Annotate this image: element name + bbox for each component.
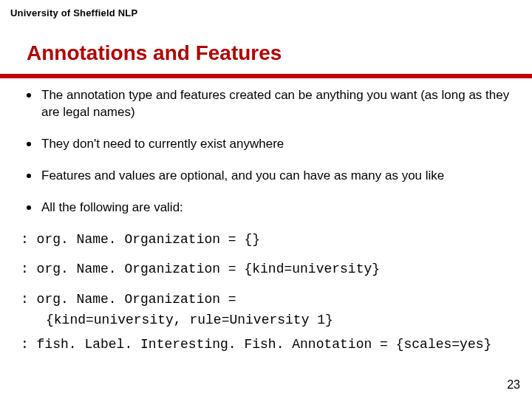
code-line: : fish. Label. Interesting. Fish. Annota… bbox=[21, 336, 516, 353]
bullet-item: They don't need to currently exist anywh… bbox=[21, 136, 516, 153]
bullet-item: Features and values are optional, and yo… bbox=[21, 168, 516, 185]
bullet-item: All the following are valid: bbox=[21, 200, 516, 216]
page-number: 23 bbox=[507, 378, 520, 392]
bullet-list: The annotation type and features created… bbox=[21, 87, 516, 216]
title-underline bbox=[0, 74, 532, 78]
code-examples: : org. Name. Organization = {} : org. Na… bbox=[21, 231, 516, 353]
slide-title: Annotations and Features bbox=[27, 41, 282, 65]
code-line: : org. Name. Organization = {} bbox=[21, 231, 516, 248]
slide-content: The annotation type and features created… bbox=[21, 87, 516, 366]
affiliation-text: University of Sheffield NLP bbox=[10, 7, 137, 18]
code-line: {kind=university, rule=University 1} bbox=[21, 312, 516, 329]
code-line: : org. Name. Organization = bbox=[21, 291, 516, 308]
bullet-item: The annotation type and features created… bbox=[21, 87, 516, 121]
code-line: : org. Name. Organization = {kind=univer… bbox=[21, 261, 516, 278]
